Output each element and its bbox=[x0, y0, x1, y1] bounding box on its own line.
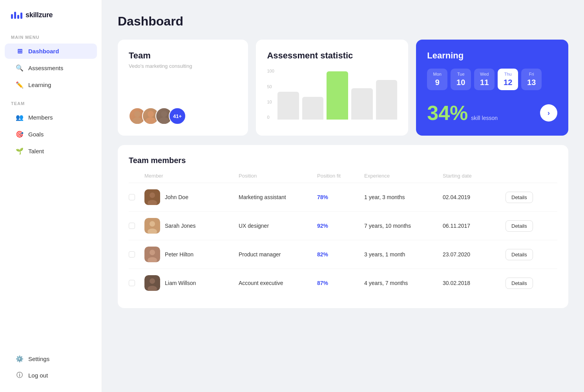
col-starting-date: Starting date bbox=[443, 173, 506, 179]
sidebar-item-label: Talent bbox=[28, 148, 44, 154]
day-name: Thu bbox=[502, 72, 513, 76]
chart-bar bbox=[376, 80, 398, 120]
chart-y-label: 0 bbox=[267, 115, 274, 120]
pencil-icon: ✏️ bbox=[16, 81, 24, 89]
sidebar-item-label: Settings bbox=[28, 356, 49, 362]
member-position: Marketing assistant bbox=[239, 194, 317, 200]
member-cell: Peter Hilton bbox=[144, 247, 239, 262]
details-cell: Details bbox=[506, 220, 545, 232]
chart-bar bbox=[327, 71, 348, 120]
position-fit: 87% bbox=[317, 280, 364, 286]
details-cell: Details bbox=[506, 278, 545, 289]
day-num: 10 bbox=[455, 78, 466, 87]
settings-icon: ⚙️ bbox=[16, 355, 24, 363]
chart-bar bbox=[277, 92, 299, 120]
row-checkbox[interactable] bbox=[129, 251, 144, 258]
experience: 7 years, 10 months bbox=[364, 223, 443, 229]
learning-card: Learning Mon 9 Tue 10 Wed 11 Thu 12 bbox=[416, 40, 568, 136]
details-button[interactable]: Details bbox=[506, 249, 533, 260]
experience: 3 years, 1 month bbox=[364, 251, 443, 258]
member-cell: Sarah Jones bbox=[144, 218, 239, 234]
position-fit: 82% bbox=[317, 251, 364, 258]
dashboard-icon: ⊞ bbox=[16, 47, 24, 55]
sidebar-item-learning[interactable]: ✏️ Learning bbox=[5, 77, 97, 93]
sidebar-item-dashboard[interactable]: ⊞ Dashboard bbox=[5, 44, 97, 59]
assessment-card: Assessment statistic 100 50 10 0 bbox=[256, 40, 408, 136]
days-row: Mon 9 Tue 10 Wed 11 Thu 12 Fri 13 bbox=[427, 69, 557, 90]
svg-point-13 bbox=[150, 250, 155, 255]
col-fit: Position fit bbox=[317, 173, 364, 179]
sidebar-item-goals[interactable]: 🎯 Goals bbox=[5, 127, 97, 142]
skill-lesson-text: skill lesson bbox=[471, 115, 498, 121]
team-card: Team Vedo's marketing consulting bbox=[118, 40, 248, 136]
starting-date: 02.04.2019 bbox=[443, 194, 506, 200]
member-name: Liam Willson bbox=[165, 280, 196, 286]
table-row: John Doe Marketing assistant 78% 1 year,… bbox=[129, 183, 557, 212]
col-check bbox=[129, 173, 144, 179]
details-button[interactable]: Details bbox=[506, 220, 533, 232]
learning-arrow-button[interactable]: › bbox=[540, 104, 557, 122]
details-cell: Details bbox=[506, 249, 545, 260]
logo: skillzure bbox=[0, 0, 102, 27]
learning-card-title: Learning bbox=[427, 51, 557, 61]
col-experience: Experience bbox=[364, 173, 443, 179]
search-icon: 🔍 bbox=[16, 64, 24, 72]
sidebar-item-label: Members bbox=[28, 114, 53, 121]
sidebar-item-logout[interactable]: ⓘ Log out bbox=[5, 367, 97, 383]
table-row: Liam Willson Account executive 87% 4 yea… bbox=[129, 269, 557, 297]
day-chip-fri[interactable]: Fri 13 bbox=[521, 69, 542, 90]
day-name: Tue bbox=[455, 72, 466, 76]
sidebar-item-label: Dashboard bbox=[28, 48, 59, 54]
svg-point-1 bbox=[132, 117, 142, 124]
day-num: 9 bbox=[432, 78, 443, 87]
chart-y-label: 50 bbox=[267, 84, 274, 89]
details-button[interactable]: Details bbox=[506, 192, 533, 203]
team-members-title: Team members bbox=[129, 156, 557, 165]
row-checkbox[interactable] bbox=[129, 280, 144, 286]
learning-bottom: 34% skill lesson › bbox=[427, 101, 557, 125]
sidebar-item-talent[interactable]: 🌱 Talent bbox=[5, 143, 97, 159]
member-name: Sarah Jones bbox=[165, 223, 196, 229]
day-name: Mon bbox=[432, 72, 443, 76]
arrow-right-icon: › bbox=[548, 109, 550, 117]
member-name: John Doe bbox=[165, 194, 188, 200]
team-card-title: Team bbox=[129, 51, 237, 61]
experience: 4 years, 7 months bbox=[364, 280, 443, 286]
day-chip-tue[interactable]: Tue 10 bbox=[451, 69, 471, 90]
svg-point-16 bbox=[150, 278, 155, 284]
position-fit: 78% bbox=[317, 194, 364, 200]
row-checkbox[interactable] bbox=[129, 223, 144, 229]
sidebar-item-label: Goals bbox=[28, 131, 44, 138]
day-name: Fri bbox=[526, 72, 537, 76]
experience: 1 year, 3 months bbox=[364, 194, 443, 200]
page-title: Dashboard bbox=[118, 14, 568, 29]
sidebar-item-members[interactable]: 👥 Members bbox=[5, 110, 97, 125]
col-position: Position bbox=[239, 173, 317, 179]
learning-progress: 34% skill lesson bbox=[427, 101, 498, 125]
chart-y-label: 10 bbox=[267, 100, 274, 104]
member-avatar bbox=[144, 218, 160, 234]
day-chip-thu[interactable]: Thu 12 bbox=[498, 69, 518, 90]
details-cell: Details bbox=[506, 192, 545, 203]
details-button[interactable]: Details bbox=[506, 278, 533, 289]
cards-row: Team Vedo's marketing consulting bbox=[118, 40, 568, 136]
svg-point-5 bbox=[159, 117, 169, 124]
table-header: Member Position Position fit Experience … bbox=[129, 173, 557, 183]
logo-icon bbox=[11, 12, 22, 19]
sidebar-item-settings[interactable]: ⚙️ Settings bbox=[5, 351, 97, 367]
sidebar-item-assessments[interactable]: 🔍 Assessments bbox=[5, 60, 97, 76]
svg-point-7 bbox=[150, 192, 155, 198]
sidebar-item-label: Learning bbox=[28, 82, 51, 88]
day-chip-mon[interactable]: Mon 9 bbox=[427, 69, 447, 90]
learning-percent: 34% bbox=[427, 101, 468, 125]
day-name: Wed bbox=[479, 72, 490, 76]
day-chip-wed[interactable]: Wed 11 bbox=[474, 69, 495, 90]
row-checkbox[interactable] bbox=[129, 194, 144, 200]
assessment-card-title: Assessment statistic bbox=[267, 51, 397, 61]
member-avatar bbox=[144, 189, 160, 205]
chart-y-label: 100 bbox=[267, 69, 274, 73]
table-row: Peter Hilton Product manager 82% 3 years… bbox=[129, 240, 557, 269]
svg-point-2 bbox=[148, 111, 154, 117]
member-avatar bbox=[144, 247, 160, 262]
logout-icon: ⓘ bbox=[16, 371, 24, 379]
